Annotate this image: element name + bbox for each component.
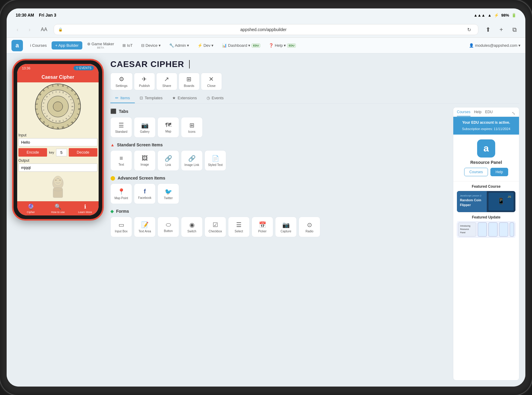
standard-icon: ☰: [119, 122, 124, 129]
phone-time: 13:36: [22, 66, 30, 70]
phone-bottom-nav: 🔮 Cipher 🔍 How to use ℹ Learn More: [17, 201, 99, 215]
user-menu[interactable]: 👤 modules@appshed.com ▾: [469, 43, 521, 48]
decode-button[interactable]: Decode: [69, 148, 97, 157]
svg-rect-75: [478, 222, 487, 236]
phone-frame: 13:36 ▽ EVENTS Caesar Cipher: [13, 59, 103, 220]
encode-button[interactable]: Encode: [18, 148, 47, 157]
capture-item[interactable]: 📷 Capture: [275, 217, 297, 237]
new-tab-button[interactable]: +: [496, 25, 506, 34]
nav-game-maker[interactable]: ⊛ Game Maker BETA: [84, 40, 118, 50]
phone-output-field[interactable]: [18, 164, 97, 172]
nav-admin[interactable]: 🔧 Admin ▾: [166, 41, 193, 49]
phone-nav-learn-more[interactable]: ℹ Learn More: [71, 202, 99, 215]
publish-button[interactable]: ✈ Publish: [134, 73, 155, 90]
resource-panel-expand-button[interactable]: ⤡: [512, 110, 515, 116]
phone-events-badge[interactable]: ▽ EVENTS: [74, 66, 94, 70]
tab-events[interactable]: ◷ Events: [202, 93, 229, 103]
time: 10:30 AM: [16, 13, 34, 18]
svg-text:Resource: Resource: [460, 228, 469, 230]
back-button[interactable]: ‹: [13, 25, 22, 34]
featured-course-thumb[interactable]: JavaScript Lesson 2 Random Coin Flipper …: [457, 191, 515, 212]
rp-tab-edu[interactable]: EDU: [485, 110, 492, 116]
logo-letter: a: [15, 42, 19, 49]
radio-item[interactable]: ⊙ Radio: [299, 217, 320, 237]
picker-item[interactable]: 📅 Picker: [252, 217, 273, 237]
items-tab-label: Items: [120, 96, 130, 100]
settings-button[interactable]: ⚙ Settings: [110, 73, 133, 90]
how-to-use-icon: 🔍: [55, 203, 61, 210]
builder-content: CAESAR CIPHER ⚙ Settings ✈ Publish: [110, 59, 519, 381]
rp-help-button[interactable]: Help: [490, 168, 508, 176]
text-area-item[interactable]: 📝 Text Area: [134, 217, 156, 237]
close-button[interactable]: ✕ Close: [201, 73, 222, 90]
svg-rect-76: [489, 222, 497, 236]
key-input[interactable]: [56, 149, 67, 156]
standard-section-label: Standard Screen Items: [117, 142, 163, 147]
nav-dev[interactable]: ⚡ Dev ▾: [194, 41, 217, 49]
user-icon: 👤: [469, 43, 474, 48]
forward-button[interactable]: ›: [25, 25, 34, 34]
phone-nav-cipher[interactable]: 🔮 Cipher: [17, 202, 44, 215]
extensions-tab-icon: ★: [172, 96, 176, 100]
featured-update-image: Introducing Resource Panel: [457, 221, 515, 238]
svg-text:N: N: [57, 126, 59, 129]
nav-dashboard[interactable]: 📊 Dashboard ▾ EDU: [218, 41, 264, 49]
radio-icon: ⊙: [307, 221, 312, 228]
resource-panel-tabs: Courses Help EDU ⤡: [453, 107, 519, 117]
nav-courses-label: i Courses: [30, 43, 47, 48]
icons-icon: ⊞: [189, 122, 195, 129]
publish-label: Publish: [139, 84, 150, 88]
tabs-button[interactable]: ⧉: [510, 25, 519, 34]
select-item[interactable]: ☰ Select: [228, 217, 250, 237]
icons-tab-item[interactable]: ⊞ Icons: [181, 117, 203, 138]
boards-button[interactable]: ⊞ Boards: [179, 73, 200, 90]
twitter-item[interactable]: 🐦 Twitter: [157, 183, 179, 204]
select-label: Select: [235, 230, 243, 233]
rp-courses-button[interactable]: Courses: [464, 168, 488, 176]
phone-nav-how-to-use[interactable]: 🔍 How to use: [44, 202, 71, 215]
capture-icon: 📷: [282, 221, 290, 228]
templates-tab-icon: ⊡: [140, 96, 143, 100]
button-item[interactable]: ⬭ Button: [157, 217, 179, 237]
lock-icon: 🔒: [58, 27, 63, 32]
styled-text-item[interactable]: 📄 Styled Text: [204, 150, 226, 171]
nav-iot[interactable]: ⊞ IoT: [119, 41, 136, 49]
standard-tab-item[interactable]: ☰ Standard: [110, 117, 132, 138]
address-bar[interactable]: 🔒 appshed.com/appbuilder ↻: [54, 24, 478, 35]
nav-help[interactable]: ❓ Help ▾ EDU: [265, 41, 299, 49]
items-panel: ⬛ Tabs ☰ Standard 📷 Gallery: [110, 107, 448, 381]
image-link-item[interactable]: 🔗 Image Link: [181, 150, 203, 171]
gallery-tab-item[interactable]: 📷 Gallery: [134, 117, 156, 138]
reader-mode-button[interactable]: AA: [39, 25, 49, 34]
checkbox-item[interactable]: ☑ Checkbox: [204, 217, 226, 237]
nav-courses[interactable]: i Courses: [27, 41, 50, 49]
phone-input-field[interactable]: [18, 138, 97, 146]
svg-text:Panel: Panel: [460, 231, 466, 233]
tab-items[interactable]: ✏ Items: [110, 93, 135, 103]
featured-update-thumb[interactable]: Introducing Resource Panel: [457, 221, 515, 238]
bust-svg: [46, 174, 70, 201]
link-item[interactable]: 🔗 Link: [157, 150, 179, 171]
share-button[interactable]: ⬆: [483, 25, 493, 34]
featured-course-image: JavaScript Lesson 2 Random Coin Flipper …: [457, 191, 515, 212]
reload-button[interactable]: ↻: [464, 25, 474, 34]
nav-device[interactable]: ⊟ Device ▾: [138, 41, 164, 49]
map-tab-item[interactable]: 🗺 Map: [157, 117, 179, 138]
tablet-screen: 10:30 AM Fri Jan 3 ▲▲▲ ▲ ⚡ 98% 🔋 ‹ › AA …: [7, 8, 525, 387]
map-point-item[interactable]: 📍 Map Point: [110, 183, 132, 204]
svg-text:A: A: [57, 84, 59, 87]
input-box-item[interactable]: ▭ Input Box: [110, 217, 132, 237]
forms-section-label: Forms: [116, 209, 129, 214]
text-item[interactable]: ≡ Text: [110, 150, 132, 171]
tab-templates[interactable]: ⊡ Templates: [135, 93, 167, 103]
icons-label: Icons: [188, 130, 195, 133]
share-toolbar-button[interactable]: ↗ Share: [156, 73, 177, 90]
rp-tab-courses[interactable]: Courses: [457, 110, 470, 116]
nav-app-builder[interactable]: + App Builder: [52, 41, 82, 49]
picker-label: Picker: [258, 230, 267, 233]
image-item[interactable]: 🖼 Image: [134, 150, 156, 171]
tab-extensions[interactable]: ★ Extensions: [167, 93, 202, 103]
facebook-item[interactable]: f Facebook: [134, 183, 156, 204]
switch-item[interactable]: ◉ Switch: [181, 217, 203, 237]
rp-tab-help[interactable]: Help: [474, 110, 482, 116]
